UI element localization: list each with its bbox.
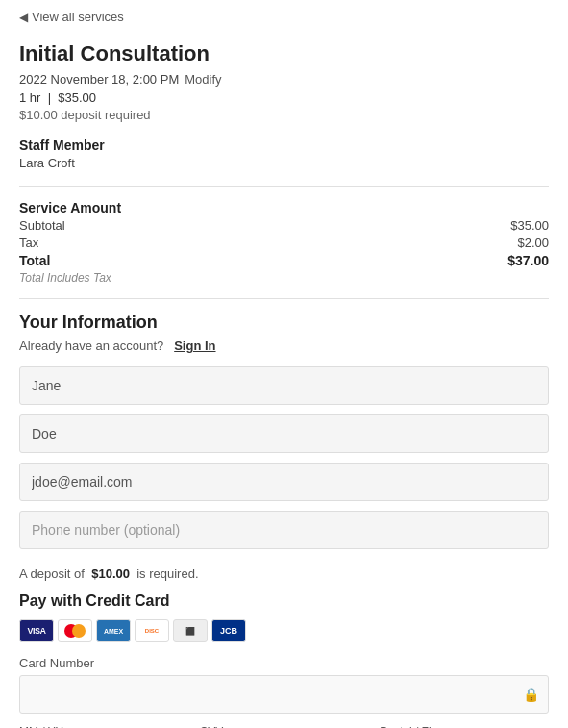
tax-include-note: Total Includes Tax [19,271,549,285]
discover-icon: DISC [135,619,169,642]
page-container: ◀ View all services Initial Consultation… [0,0,568,728]
subtotal-label: Subtotal [19,218,65,233]
deposit-suffix: is required. [136,566,198,581]
service-title: Initial Consultation [19,41,549,66]
deposit-required-text: A deposit of $10.00 is required. [19,566,549,581]
first-name-input[interactable] [19,366,549,405]
your-info-title: Your Information [19,313,549,333]
staff-name: Lara Croft [19,156,549,170]
mastercard-icon [58,619,92,642]
account-prompt: Already have an account? Sign In [19,339,549,353]
card-number-label: Card Number [19,656,549,670]
generic-card-icon: ⬛ [173,619,208,642]
divider-2 [19,298,549,299]
total-value: $37.00 [507,253,549,268]
back-link-label: View all services [32,10,124,24]
deposit-prefix: A deposit of [19,566,85,581]
lock-icon: 🔒 [523,687,539,702]
total-label: Total [19,253,50,268]
datetime-text: 2022 November 18, 2:00 PM [19,72,179,87]
card-number-input[interactable] [19,675,549,714]
sign-in-link[interactable]: Sign In [174,339,215,353]
duration-text: 1 hr [19,90,40,105]
visa-icon: VISA [19,619,54,642]
last-name-input[interactable] [19,414,549,453]
card-number-wrapper: 🔒 [19,675,549,714]
account-prompt-text: Already have an account? [19,339,163,353]
card-icons: VISA AMEX DISC ⬛ JCB [19,619,549,642]
phone-input[interactable] [19,511,549,549]
total-row: Total $37.00 [19,253,549,268]
tax-row: Tax $2.00 [19,236,549,250]
back-arrow-icon: ◀ [19,11,28,24]
divider-1 [19,186,549,187]
staff-label: Staff Member [19,138,549,153]
email-input[interactable] [19,463,549,501]
amount-section: Service Amount Subtotal $35.00 Tax $2.00… [19,200,549,285]
service-duration-price: 1 hr | $35.00 [19,90,549,105]
service-datetime: 2022 November 18, 2:00 PM Modify [19,72,549,87]
deposit-note: $10.00 deposit required [19,108,549,122]
deposit-amount: $10.00 [91,566,130,581]
pay-title: Pay with Credit Card [19,592,549,610]
subtotal-row: Subtotal $35.00 [19,218,549,233]
back-link[interactable]: ◀ View all services [19,10,549,24]
service-amount-label: Service Amount [19,200,549,215]
price-text: $35.00 [58,90,96,105]
tax-value: $2.00 [517,236,549,250]
amex-icon: AMEX [96,619,131,642]
tax-label: Tax [19,236,38,250]
jcb-icon: JCB [211,619,246,642]
subtotal-value: $35.00 [510,218,549,233]
modify-link[interactable]: Modify [185,72,221,87]
